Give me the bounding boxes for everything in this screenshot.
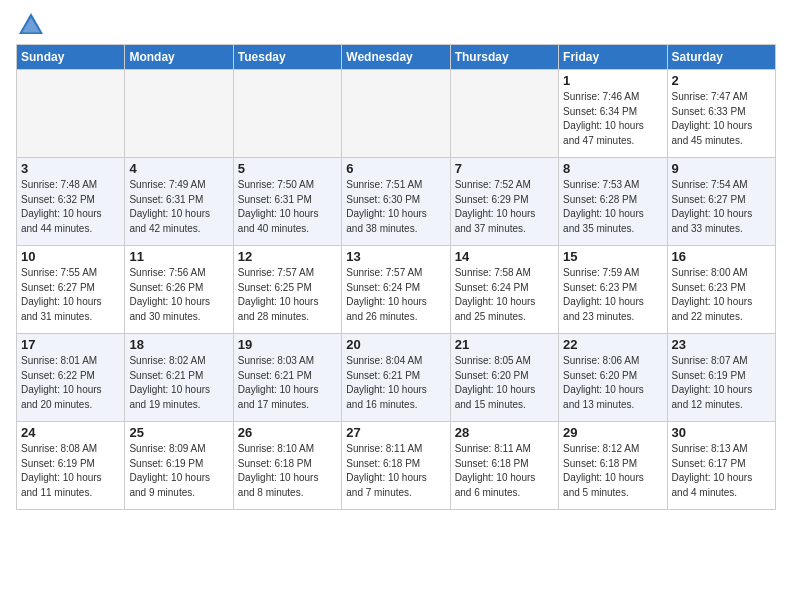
calendar-cell: 25Sunrise: 8:09 AM Sunset: 6:19 PM Dayli… — [125, 422, 233, 510]
day-number: 16 — [672, 249, 771, 264]
day-number: 22 — [563, 337, 662, 352]
day-info: Sunrise: 7:58 AM Sunset: 6:24 PM Dayligh… — [455, 266, 554, 324]
day-number: 20 — [346, 337, 445, 352]
calendar-cell: 30Sunrise: 8:13 AM Sunset: 6:17 PM Dayli… — [667, 422, 775, 510]
day-number: 28 — [455, 425, 554, 440]
day-number: 12 — [238, 249, 337, 264]
day-info: Sunrise: 7:50 AM Sunset: 6:31 PM Dayligh… — [238, 178, 337, 236]
day-info: Sunrise: 7:56 AM Sunset: 6:26 PM Dayligh… — [129, 266, 228, 324]
weekday-header: Tuesday — [233, 45, 341, 70]
day-info: Sunrise: 7:55 AM Sunset: 6:27 PM Dayligh… — [21, 266, 120, 324]
calendar-cell: 5Sunrise: 7:50 AM Sunset: 6:31 PM Daylig… — [233, 158, 341, 246]
weekday-header: Wednesday — [342, 45, 450, 70]
day-number: 11 — [129, 249, 228, 264]
day-info: Sunrise: 8:07 AM Sunset: 6:19 PM Dayligh… — [672, 354, 771, 412]
calendar-week-row: 24Sunrise: 8:08 AM Sunset: 6:19 PM Dayli… — [17, 422, 776, 510]
day-info: Sunrise: 7:57 AM Sunset: 6:25 PM Dayligh… — [238, 266, 337, 324]
calendar-cell: 18Sunrise: 8:02 AM Sunset: 6:21 PM Dayli… — [125, 334, 233, 422]
day-info: Sunrise: 7:53 AM Sunset: 6:28 PM Dayligh… — [563, 178, 662, 236]
calendar-cell: 4Sunrise: 7:49 AM Sunset: 6:31 PM Daylig… — [125, 158, 233, 246]
day-number: 5 — [238, 161, 337, 176]
day-number: 10 — [21, 249, 120, 264]
day-number: 9 — [672, 161, 771, 176]
calendar-cell: 19Sunrise: 8:03 AM Sunset: 6:21 PM Dayli… — [233, 334, 341, 422]
calendar-cell — [17, 70, 125, 158]
day-number: 18 — [129, 337, 228, 352]
logo — [16, 10, 50, 40]
day-info: Sunrise: 7:52 AM Sunset: 6:29 PM Dayligh… — [455, 178, 554, 236]
day-info: Sunrise: 8:05 AM Sunset: 6:20 PM Dayligh… — [455, 354, 554, 412]
day-number: 6 — [346, 161, 445, 176]
day-info: Sunrise: 8:04 AM Sunset: 6:21 PM Dayligh… — [346, 354, 445, 412]
day-number: 29 — [563, 425, 662, 440]
day-number: 19 — [238, 337, 337, 352]
calendar-cell: 15Sunrise: 7:59 AM Sunset: 6:23 PM Dayli… — [559, 246, 667, 334]
calendar-cell: 29Sunrise: 8:12 AM Sunset: 6:18 PM Dayli… — [559, 422, 667, 510]
day-info: Sunrise: 8:13 AM Sunset: 6:17 PM Dayligh… — [672, 442, 771, 500]
calendar-cell — [233, 70, 341, 158]
day-number: 2 — [672, 73, 771, 88]
day-info: Sunrise: 8:12 AM Sunset: 6:18 PM Dayligh… — [563, 442, 662, 500]
logo-icon — [16, 10, 46, 40]
day-info: Sunrise: 7:47 AM Sunset: 6:33 PM Dayligh… — [672, 90, 771, 148]
calendar-cell: 27Sunrise: 8:11 AM Sunset: 6:18 PM Dayli… — [342, 422, 450, 510]
day-info: Sunrise: 7:51 AM Sunset: 6:30 PM Dayligh… — [346, 178, 445, 236]
day-info: Sunrise: 8:02 AM Sunset: 6:21 PM Dayligh… — [129, 354, 228, 412]
day-number: 14 — [455, 249, 554, 264]
calendar-cell: 22Sunrise: 8:06 AM Sunset: 6:20 PM Dayli… — [559, 334, 667, 422]
day-info: Sunrise: 7:57 AM Sunset: 6:24 PM Dayligh… — [346, 266, 445, 324]
calendar-cell: 1Sunrise: 7:46 AM Sunset: 6:34 PM Daylig… — [559, 70, 667, 158]
calendar-cell: 17Sunrise: 8:01 AM Sunset: 6:22 PM Dayli… — [17, 334, 125, 422]
calendar-cell: 28Sunrise: 8:11 AM Sunset: 6:18 PM Dayli… — [450, 422, 558, 510]
day-number: 30 — [672, 425, 771, 440]
day-number: 3 — [21, 161, 120, 176]
calendar-cell — [342, 70, 450, 158]
weekday-header: Saturday — [667, 45, 775, 70]
day-info: Sunrise: 7:48 AM Sunset: 6:32 PM Dayligh… — [21, 178, 120, 236]
day-info: Sunrise: 7:59 AM Sunset: 6:23 PM Dayligh… — [563, 266, 662, 324]
weekday-header: Friday — [559, 45, 667, 70]
page: SundayMondayTuesdayWednesdayThursdayFrid… — [0, 0, 792, 526]
calendar-cell: 26Sunrise: 8:10 AM Sunset: 6:18 PM Dayli… — [233, 422, 341, 510]
calendar-cell: 9Sunrise: 7:54 AM Sunset: 6:27 PM Daylig… — [667, 158, 775, 246]
header — [16, 10, 776, 40]
calendar-week-row: 1Sunrise: 7:46 AM Sunset: 6:34 PM Daylig… — [17, 70, 776, 158]
calendar-cell: 6Sunrise: 7:51 AM Sunset: 6:30 PM Daylig… — [342, 158, 450, 246]
calendar-cell: 13Sunrise: 7:57 AM Sunset: 6:24 PM Dayli… — [342, 246, 450, 334]
day-info: Sunrise: 8:11 AM Sunset: 6:18 PM Dayligh… — [346, 442, 445, 500]
day-info: Sunrise: 8:08 AM Sunset: 6:19 PM Dayligh… — [21, 442, 120, 500]
day-info: Sunrise: 7:54 AM Sunset: 6:27 PM Dayligh… — [672, 178, 771, 236]
day-number: 8 — [563, 161, 662, 176]
day-info: Sunrise: 8:06 AM Sunset: 6:20 PM Dayligh… — [563, 354, 662, 412]
calendar-cell: 16Sunrise: 8:00 AM Sunset: 6:23 PM Dayli… — [667, 246, 775, 334]
day-number: 1 — [563, 73, 662, 88]
calendar-cell: 12Sunrise: 7:57 AM Sunset: 6:25 PM Dayli… — [233, 246, 341, 334]
day-number: 4 — [129, 161, 228, 176]
calendar-week-row: 3Sunrise: 7:48 AM Sunset: 6:32 PM Daylig… — [17, 158, 776, 246]
day-info: Sunrise: 7:49 AM Sunset: 6:31 PM Dayligh… — [129, 178, 228, 236]
weekday-header: Monday — [125, 45, 233, 70]
calendar-cell: 2Sunrise: 7:47 AM Sunset: 6:33 PM Daylig… — [667, 70, 775, 158]
day-number: 25 — [129, 425, 228, 440]
day-info: Sunrise: 8:03 AM Sunset: 6:21 PM Dayligh… — [238, 354, 337, 412]
calendar-week-row: 17Sunrise: 8:01 AM Sunset: 6:22 PM Dayli… — [17, 334, 776, 422]
calendar-cell: 21Sunrise: 8:05 AM Sunset: 6:20 PM Dayli… — [450, 334, 558, 422]
day-info: Sunrise: 7:46 AM Sunset: 6:34 PM Dayligh… — [563, 90, 662, 148]
day-number: 7 — [455, 161, 554, 176]
calendar-cell: 24Sunrise: 8:08 AM Sunset: 6:19 PM Dayli… — [17, 422, 125, 510]
calendar-cell: 14Sunrise: 7:58 AM Sunset: 6:24 PM Dayli… — [450, 246, 558, 334]
calendar-cell — [450, 70, 558, 158]
calendar-cell: 11Sunrise: 7:56 AM Sunset: 6:26 PM Dayli… — [125, 246, 233, 334]
day-number: 26 — [238, 425, 337, 440]
calendar-cell: 20Sunrise: 8:04 AM Sunset: 6:21 PM Dayli… — [342, 334, 450, 422]
day-number: 24 — [21, 425, 120, 440]
day-info: Sunrise: 8:01 AM Sunset: 6:22 PM Dayligh… — [21, 354, 120, 412]
calendar-cell: 10Sunrise: 7:55 AM Sunset: 6:27 PM Dayli… — [17, 246, 125, 334]
calendar-cell: 7Sunrise: 7:52 AM Sunset: 6:29 PM Daylig… — [450, 158, 558, 246]
calendar-week-row: 10Sunrise: 7:55 AM Sunset: 6:27 PM Dayli… — [17, 246, 776, 334]
weekday-header: Sunday — [17, 45, 125, 70]
day-number: 27 — [346, 425, 445, 440]
calendar-cell: 3Sunrise: 7:48 AM Sunset: 6:32 PM Daylig… — [17, 158, 125, 246]
calendar-cell: 23Sunrise: 8:07 AM Sunset: 6:19 PM Dayli… — [667, 334, 775, 422]
day-number: 23 — [672, 337, 771, 352]
